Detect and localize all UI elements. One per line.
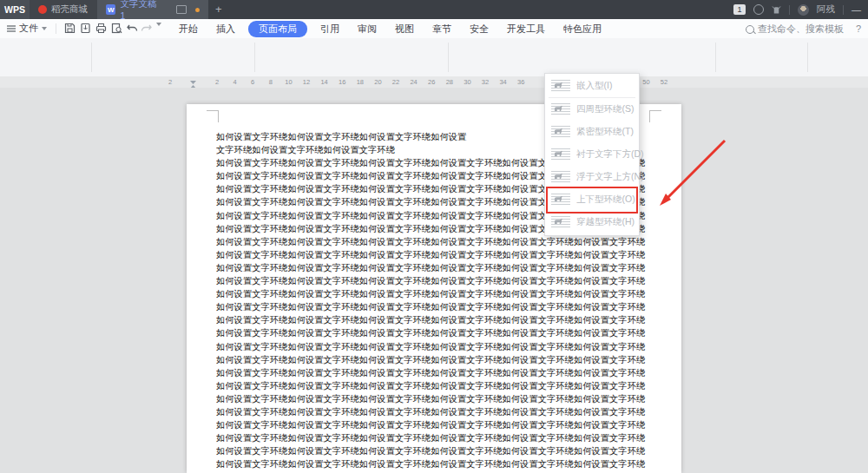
- tab-home[interactable]: 开始: [174, 22, 203, 36]
- ruler-number: 52: [661, 78, 667, 86]
- ruler-number: 10: [285, 78, 292, 86]
- ruler-number: 20: [374, 78, 381, 86]
- group-divider: [807, 43, 808, 72]
- wrap-option-label: 浮于文字上方(N): [576, 171, 644, 183]
- hamburger-icon: [7, 25, 16, 32]
- document-line: 如何设置文字环绕如何设置文字环绕如何设置文字环绕如何设置文字环绕如何设置文字环绕…: [216, 287, 657, 300]
- wrap-style-icon: [551, 102, 570, 117]
- ruler-number: 14: [320, 78, 327, 86]
- skin-icon[interactable]: [772, 6, 781, 14]
- output-icon[interactable]: [80, 23, 92, 35]
- wrap-style-icon: [551, 125, 570, 140]
- ruler-number: 16: [339, 78, 345, 86]
- tab-references[interactable]: 引用: [315, 22, 345, 36]
- document-line: 如何设置文字环绕如何设置文字环绕如何设置文字环绕如何设置文字环绕如何设置文字环绕…: [216, 392, 657, 405]
- help-button[interactable]: ?: [856, 23, 861, 34]
- wrap-style-icon: [551, 79, 570, 94]
- ruler-number: 50: [642, 78, 649, 86]
- text-boundary-mark: [207, 110, 219, 122]
- command-search[interactable]: 查找命令、搜索模板: [746, 23, 844, 36]
- horizontal-ruler[interactable]: 2 246810121416182022242628303234365052: [0, 76, 868, 89]
- ruler-number: 34: [499, 78, 506, 86]
- wrap-option-2[interactable]: 四周型环绕(S): [545, 98, 639, 121]
- redo-icon[interactable]: [141, 23, 153, 35]
- tab-document[interactable]: W 文字文稿1: [97, 0, 208, 19]
- tab-special-apps[interactable]: 特色应用: [558, 22, 607, 36]
- group-divider: [715, 43, 716, 72]
- wrap-option-5[interactable]: 浮于文字上方(N): [545, 166, 639, 188]
- document-line: 如何设置文字环绕如何设置文字环绕如何设置文字环绕如何设置文字环绕如何设置文字环绕…: [216, 353, 657, 366]
- ruler-number: 6: [251, 78, 254, 86]
- chevron-down-icon: [42, 27, 47, 30]
- menubar-divider: [56, 23, 56, 34]
- ruler-number: 12: [303, 78, 310, 86]
- file-menu[interactable]: 文件: [7, 22, 47, 35]
- search-icon: [746, 25, 754, 34]
- wrap-option-1[interactable]: 嵌入型(I): [545, 75, 639, 97]
- ruler-number: 30: [464, 78, 470, 86]
- print-icon[interactable]: [95, 23, 108, 35]
- member-ring-icon[interactable]: [753, 4, 764, 15]
- title-bar: WPS 稻壳商城 W 文字文稿1 + 1 阿残 —: [0, 0, 868, 19]
- document-line: 如何设置文字环绕如何设置文字环绕如何设置文字环绕如何设置文字环绕如何设置文字环绕…: [216, 431, 657, 444]
- file-menu-label: 文件: [19, 22, 38, 35]
- save-icon[interactable]: [64, 23, 76, 35]
- wrap-style-icon: [551, 148, 570, 162]
- document-line: 如何设置文字环绕如何设置文字环绕如何设置文字环绕如何设置文字环绕如何设置文字环绕…: [216, 261, 657, 274]
- minimize-button[interactable]: —: [852, 4, 861, 15]
- search-label: 查找命令、搜索模板: [758, 23, 844, 36]
- wrap-option-4[interactable]: 衬于文字下方(D): [545, 143, 639, 166]
- tab-dev-tools[interactable]: 开发工具: [502, 22, 550, 36]
- wrap-option-label: 四周型环绕(S): [576, 103, 635, 115]
- shop-tab-label: 稻壳商城: [51, 3, 88, 16]
- document-line: 如何设置文字环绕如何设置文字环绕如何设置文字环绕如何设置文字环绕如何设置文字环绕…: [216, 235, 657, 248]
- wrap-style-icon: [551, 215, 570, 230]
- tab-security[interactable]: 安全: [464, 22, 494, 36]
- ruler-number: 28: [446, 78, 453, 86]
- document-line: 如何设置文字环绕如何设置文字环绕如何设置文字环绕如何设置文字环绕如何设置文字环绕…: [216, 248, 657, 261]
- wrap-option-label: 嵌入型(I): [576, 80, 612, 92]
- username[interactable]: 阿残: [817, 3, 835, 16]
- document-line: 如何设置文字环绕如何设置文字环绕如何设置文字环绕如何设置文字环绕如何设置文字环绕…: [216, 405, 657, 418]
- ruler-number: 2: [168, 78, 172, 86]
- document-line: 如何设置文字环绕如何设置文字环绕如何设置文字环绕如何设置文字环绕如何设置文字环绕…: [216, 340, 657, 353]
- tab-section[interactable]: 章节: [427, 22, 457, 36]
- group-divider: [91, 43, 92, 72]
- tab-view[interactable]: 视图: [390, 22, 419, 36]
- tab-docer-shop[interactable]: 稻壳商城: [30, 0, 97, 19]
- document-line: 如何设置文字环绕如何设置文字环绕如何设置文字环绕如何设置文字环绕如何设置文字环绕…: [216, 274, 657, 287]
- wrap-option-3[interactable]: 紧密型环绕(T): [545, 121, 639, 143]
- monitor-icon[interactable]: [176, 5, 187, 14]
- document-line: 如何设置文字环绕如何设置文字环绕如何设置文字环绕如何设置文字环绕如何设置文字环绕…: [216, 366, 657, 379]
- tab-page-layout[interactable]: 页面布局: [248, 21, 307, 37]
- group-divider: [254, 43, 255, 72]
- wrap-option-label: 衬于文字下方(D): [576, 148, 644, 161]
- menu-bar: 文件 开始 插入 页面布局 引用 审阅 视图 章节 安全 开发工具 特色应用 查…: [0, 19, 868, 39]
- titlebar-divider: [843, 5, 844, 15]
- undo-icon[interactable]: [127, 23, 139, 35]
- wps-logo[interactable]: WPS: [0, 0, 30, 19]
- tab-insert[interactable]: 插入: [211, 22, 240, 36]
- wrap-style-icon: [551, 170, 570, 185]
- avatar[interactable]: [798, 4, 809, 16]
- print-preview-icon[interactable]: [111, 23, 123, 35]
- shop-flame-icon: [38, 5, 47, 14]
- ruler-number: 32: [482, 78, 489, 86]
- text-boundary-mark: [649, 110, 661, 122]
- annotation-arrow: [638, 128, 742, 224]
- ruler-number: 24: [410, 78, 417, 86]
- ruler-number: 36: [517, 78, 524, 86]
- document-tab-label: 文字文稿1: [120, 0, 159, 21]
- document-line: 如何设置文字环绕如何设置文字环绕如何设置文字环绕如何设置文字环绕如何设置文字环绕…: [216, 457, 657, 470]
- ruler-number: 18: [357, 78, 364, 86]
- ruler-number: 26: [428, 78, 435, 86]
- notification-badge[interactable]: 1: [733, 4, 746, 15]
- more-commands-icon[interactable]: [156, 26, 168, 38]
- wrap-option-label: 穿越型环绕(H): [576, 216, 635, 228]
- document-line: 如何设置文字环绕如何设置文字环绕如何设置文字环绕如何设置文字环绕如何设置文字环绕…: [216, 313, 657, 326]
- document-line: 如何设置文字环绕如何设置文字环绕如何设置文字环绕如何设置文字环绕如何设置文字环绕…: [216, 444, 657, 457]
- titlebar-divider: [789, 5, 790, 15]
- tab-review[interactable]: 审阅: [352, 22, 382, 36]
- new-tab-button[interactable]: +: [215, 3, 222, 16]
- wrap-option-7[interactable]: 穿越型环绕(H): [545, 211, 639, 233]
